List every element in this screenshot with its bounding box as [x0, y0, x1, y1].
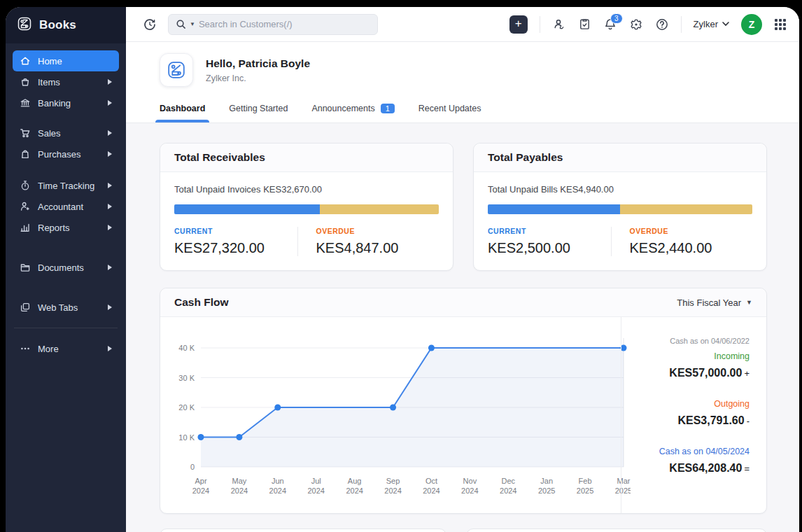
svg-text:30 K: 30 K	[178, 374, 195, 382]
svg-text:40 K: 40 K	[178, 344, 195, 352]
sidebar-item-web-tabs[interactable]: Web Tabs	[13, 297, 119, 318]
svg-text:2024: 2024	[269, 486, 286, 495]
basket-icon	[20, 76, 31, 88]
books-logo-icon	[17, 16, 32, 34]
sidebar-item-time-tracking[interactable]: Time Tracking	[13, 175, 119, 196]
tab-announcements[interactable]: Announcements 1	[311, 104, 394, 122]
tasks-clipboard-icon[interactable]	[578, 18, 591, 31]
sidebar-divider	[14, 328, 118, 328]
sidebar-item-label: Web Tabs	[38, 302, 78, 313]
overdue-segment	[320, 204, 439, 214]
card-title: Income and Expense	[160, 529, 446, 532]
settings-gear-icon[interactable]	[629, 18, 643, 31]
sidebar-item-documents[interactable]: Documents	[13, 257, 119, 278]
tab-getting-started[interactable]: Getting Started	[229, 104, 288, 122]
refer-user-icon[interactable]	[552, 18, 566, 31]
more-dots-icon	[20, 343, 31, 354]
closing-cash-date-link[interactable]: Cash as on 04/05/2024	[638, 447, 750, 456]
current-segment	[174, 204, 320, 214]
accountant-icon	[20, 201, 31, 212]
chevron-right-icon	[108, 346, 112, 351]
svg-text:Sep: Sep	[386, 477, 400, 485]
outgoing-label: Outgoing	[638, 399, 750, 409]
web-tabs-icon	[20, 302, 31, 313]
app-title: Books	[39, 18, 76, 32]
sidebar-item-sales[interactable]: Sales	[13, 122, 119, 144]
fiscal-year-dropdown[interactable]: This Fiscal Year ▼	[677, 298, 752, 308]
svg-text:Dec: Dec	[501, 477, 515, 485]
recent-history-icon[interactable]	[143, 18, 157, 31]
dashboard-tabs: Dashboard Getting Started Announcements …	[160, 104, 766, 122]
stopwatch-icon	[20, 180, 31, 191]
chevron-right-icon	[108, 79, 112, 85]
tab-recent-updates[interactable]: Recent Updates	[418, 104, 481, 122]
chevron-down-icon: ▼	[746, 299, 752, 306]
total-payables-card: Total Payables Total Unpaid Bills KES4,9…	[473, 143, 767, 271]
apps-grid-icon[interactable]	[774, 18, 787, 31]
payables-progress-bar	[488, 204, 752, 214]
topbar: ▼ + 3	[126, 7, 799, 42]
top-expenses-card: Your Top Expenses	[466, 528, 767, 532]
cash-flow-card: Cash Flow This Fiscal Year ▼ 010 K20 K30…	[160, 288, 767, 514]
sidebar-item-label: Items	[38, 77, 60, 88]
dashboard-content: Total Receivables Total Unpaid Invoices …	[126, 123, 799, 532]
sidebar-item-label: Home	[38, 56, 62, 66]
card-title: Cash Flow	[174, 296, 229, 309]
svg-text:0: 0	[190, 463, 195, 471]
sidebar-item-accountant[interactable]: Accountant	[13, 196, 119, 217]
sidebar-item-home[interactable]: Home	[13, 50, 119, 71]
svg-text:Nov: Nov	[463, 477, 477, 485]
folder-icon	[20, 262, 31, 273]
sidebar-item-label: Time Tracking	[38, 181, 94, 191]
chevron-right-icon	[108, 130, 112, 136]
current-label: CURRENT	[488, 227, 611, 235]
sidebar-item-label: More	[38, 344, 59, 354]
sidebar-item-reports[interactable]: Reports	[13, 217, 119, 238]
user-avatar[interactable]: Z	[741, 14, 762, 35]
opening-cash-date: Cash as on 04/06/2022	[638, 337, 750, 345]
svg-text:Feb: Feb	[579, 477, 592, 485]
svg-text:2024: 2024	[231, 486, 248, 495]
current-label: CURRENT	[174, 227, 297, 235]
sidebar-item-items[interactable]: Items	[13, 71, 119, 92]
sidebar-item-more[interactable]: More	[13, 338, 119, 359]
topbar-divider	[540, 16, 540, 33]
chevron-right-icon	[108, 183, 112, 188]
topbar-divider	[681, 16, 682, 33]
quick-create-button[interactable]: +	[509, 15, 528, 34]
cart-icon	[20, 127, 31, 139]
search-scope-caret-icon[interactable]: ▼	[190, 21, 195, 27]
card-title: Total Payables	[474, 144, 766, 172]
chevron-right-icon	[108, 265, 112, 270]
search-input[interactable]	[199, 19, 370, 29]
overdue-label: OVERDUE	[630, 227, 753, 235]
svg-text:20 K: 20 K	[178, 403, 195, 412]
total-receivables-card: Total Receivables Total Unpaid Invoices …	[160, 143, 453, 271]
notifications-bell-icon[interactable]: 3	[603, 18, 617, 31]
help-icon[interactable]	[655, 18, 669, 31]
sidebar-item-label: Accountant	[38, 202, 83, 212]
search-box[interactable]: ▼	[168, 14, 378, 35]
bar-chart-icon	[20, 222, 31, 233]
chevron-right-icon	[108, 225, 112, 230]
org-switcher[interactable]: Zylker	[694, 19, 729, 29]
org-name: Zylker	[694, 19, 718, 29]
bank-icon	[20, 97, 31, 108]
svg-text:2025: 2025	[538, 486, 555, 495]
overdue-label: OVERDUE	[316, 227, 439, 235]
receivables-progress-bar	[174, 204, 439, 214]
svg-text:2024: 2024	[192, 486, 209, 495]
current-amount: KES2,500.00	[488, 240, 611, 256]
org-logo	[160, 53, 193, 87]
svg-text:Apr: Apr	[195, 477, 206, 485]
app-logo[interactable]: Books	[6, 7, 126, 43]
overdue-amount: KES4,847.00	[316, 240, 439, 256]
sidebar-item-purchases[interactable]: Purchases	[13, 144, 119, 164]
sidebar-item-banking[interactable]: Banking	[13, 92, 119, 113]
tab-dashboard[interactable]: Dashboard	[160, 104, 205, 122]
closing-cash-amount: KES64,208.40=	[638, 462, 750, 475]
current-amount: KES27,320.00	[174, 240, 297, 256]
sidebar-item-label: Documents	[38, 262, 84, 273]
search-icon	[176, 19, 186, 29]
svg-text:Aug: Aug	[348, 477, 362, 485]
